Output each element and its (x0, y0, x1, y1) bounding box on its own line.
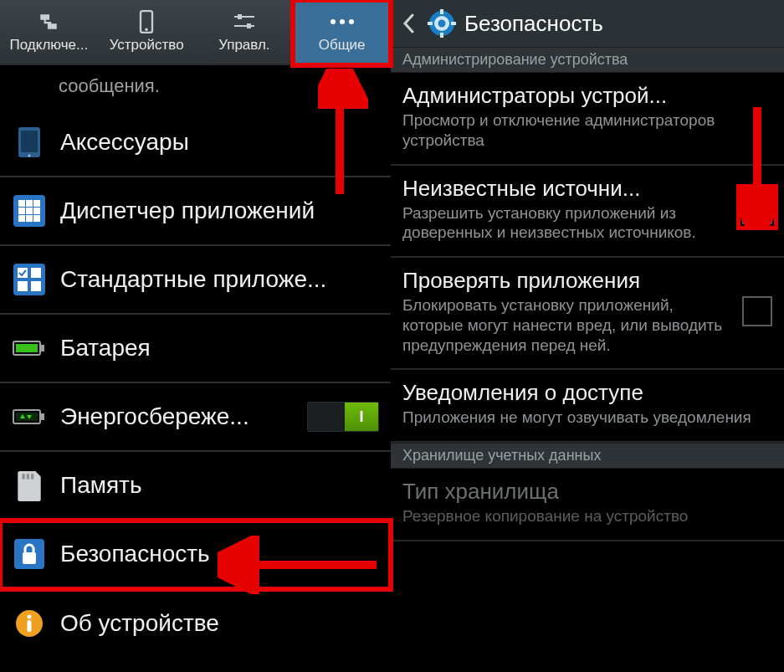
tab-device[interactable]: Устройство (98, 0, 196, 65)
battery-icon (12, 331, 47, 366)
svg-rect-32 (16, 413, 38, 421)
row-appmanager[interactable]: Диспетчер приложений (0, 177, 391, 246)
svg-point-6 (331, 19, 336, 24)
svg-rect-47 (451, 22, 456, 25)
connections-icon (38, 10, 59, 33)
svg-rect-40 (28, 620, 32, 632)
info-icon (12, 606, 47, 641)
svg-point-8 (349, 19, 354, 24)
svg-rect-26 (31, 281, 41, 291)
tabs: Подключе... Устройство Управл. Общие (0, 0, 391, 65)
svg-rect-17 (26, 208, 33, 214)
svg-rect-29 (16, 344, 38, 352)
svg-rect-13 (18, 200, 25, 207)
row-defaultapps[interactable]: Стандартные приложе... (0, 246, 391, 315)
row-verify-apps[interactable]: Проверять приложения Блокировать установ… (391, 258, 784, 370)
more-dots-icon (329, 10, 356, 33)
row-memory[interactable]: Память (0, 452, 391, 521)
settings-gear-icon (428, 9, 456, 38)
svg-rect-15 (33, 200, 40, 207)
section-credential-storage: Хранилище учетных данных (391, 443, 784, 469)
svg-rect-44 (440, 9, 443, 14)
svg-rect-21 (33, 215, 40, 222)
svg-point-11 (28, 155, 31, 157)
svg-rect-3 (238, 14, 242, 19)
row-access-notifications[interactable]: Уведомления о доступе Приложения не могу… (391, 370, 784, 443)
svg-rect-35 (31, 474, 33, 479)
tab-connections[interactable]: Подключе... (0, 0, 98, 65)
svg-rect-25 (18, 281, 28, 291)
sliders-icon (233, 10, 256, 33)
back-button[interactable] (397, 7, 419, 40)
device-icon (138, 10, 155, 33)
settings-panel-left: Подключе... Устройство Управл. Общие соо… (0, 0, 391, 672)
svg-rect-5 (247, 23, 251, 28)
partial-row: сообщения. (0, 65, 391, 109)
security-panel: Безопасность Администрирование устройств… (391, 0, 784, 672)
row-battery[interactable]: Батарея (0, 315, 391, 383)
svg-rect-16 (18, 208, 25, 214)
svg-rect-45 (440, 33, 443, 38)
row-storage-type[interactable]: Тип хранилища Резервное копирование на у… (391, 469, 784, 541)
svg-rect-37 (23, 552, 36, 564)
row-security[interactable]: Безопасность (0, 521, 391, 589)
svg-rect-14 (26, 200, 33, 207)
tablet-icon (12, 125, 47, 160)
svg-point-1 (145, 28, 148, 32)
row-device-admins[interactable]: Администраторы устрой... Просмотр и откл… (391, 73, 784, 166)
row-unknown-sources[interactable]: Неизвестные источни... Разрешить установ… (391, 166, 784, 259)
svg-rect-23 (18, 268, 28, 278)
svg-rect-28 (41, 345, 44, 351)
svg-rect-24 (31, 268, 41, 278)
row-about[interactable]: Об устройстве (0, 589, 391, 658)
apps-grid-icon (12, 193, 47, 228)
subpage-header: Безопасность (391, 0, 784, 47)
row-accessories[interactable]: Аксессуары (0, 109, 391, 177)
svg-rect-34 (27, 474, 29, 479)
powersave-toggle[interactable]: I (307, 402, 379, 432)
sdcard-icon (12, 468, 47, 503)
svg-rect-19 (18, 215, 25, 222)
svg-point-43 (438, 20, 446, 28)
tab-controls[interactable]: Управл. (196, 0, 294, 65)
recycle-battery-icon (12, 399, 47, 434)
svg-rect-33 (23, 474, 25, 479)
svg-point-7 (340, 19, 345, 24)
verify-apps-checkbox[interactable] (742, 296, 772, 326)
svg-rect-20 (26, 215, 33, 222)
section-device-admin: Администрирование устройства (391, 47, 784, 73)
svg-rect-46 (428, 22, 433, 25)
svg-rect-10 (21, 131, 38, 152)
page-title: Безопасность (464, 11, 603, 37)
svg-rect-31 (41, 413, 44, 420)
unknown-sources-checkbox[interactable] (742, 194, 772, 224)
lock-icon (12, 536, 47, 572)
svg-point-39 (28, 615, 32, 619)
row-powersave[interactable]: Энергосбереже... I (0, 383, 391, 452)
settings-list: Аксессуары Диспетчер приложений Стандарт… (0, 109, 391, 672)
svg-rect-18 (33, 208, 40, 214)
tab-general[interactable]: Общие (293, 0, 391, 65)
check-grid-icon (12, 262, 47, 297)
